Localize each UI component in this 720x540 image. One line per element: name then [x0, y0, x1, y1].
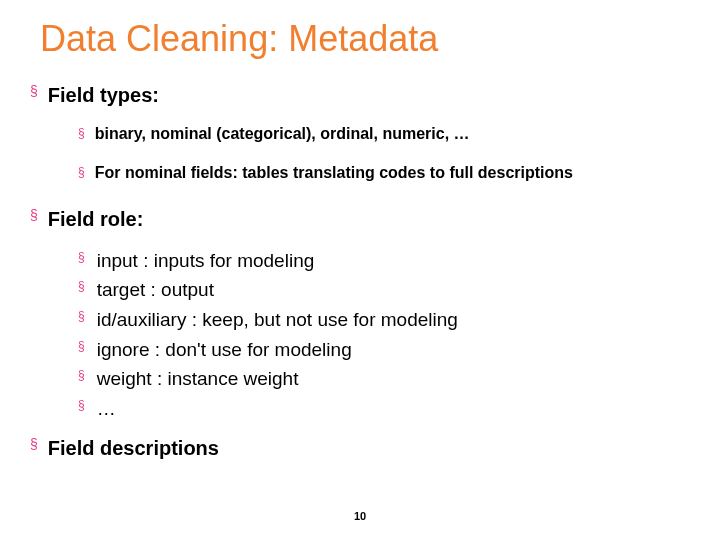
bullet-icon: § [30, 206, 38, 226]
list-item-text: For nominal fields: tables translating c… [95, 163, 573, 184]
bullet-icon: § [78, 337, 85, 356]
list-item-text: … [97, 396, 116, 422]
list-item-text: target : output [97, 277, 214, 303]
section-field-types: § Field types: [30, 82, 690, 108]
list-item: § For nominal fields: tables translating… [78, 163, 690, 184]
bullet-icon: § [78, 248, 85, 267]
list-item: § … [78, 396, 690, 422]
list-item-text: id/auxiliary : keep, but not use for mod… [97, 307, 458, 333]
page-number: 10 [354, 510, 366, 522]
section-heading: Field role: [48, 206, 144, 232]
list-item: § ignore : don't use for modeling [78, 337, 690, 363]
section-field-role: § Field role: [30, 206, 690, 232]
list-item: § weight : instance weight [78, 366, 690, 392]
section-field-descriptions: § Field descriptions [30, 435, 690, 461]
bullet-icon: § [30, 82, 38, 102]
bullet-icon: § [78, 163, 85, 181]
list-item-text: input : inputs for modeling [97, 248, 315, 274]
list-item: § input : inputs for modeling [78, 248, 690, 274]
bullet-icon: § [78, 366, 85, 385]
list-item-text: ignore : don't use for modeling [97, 337, 352, 363]
list-item-text: weight : instance weight [97, 366, 299, 392]
bullet-icon: § [78, 396, 85, 415]
list-item: § target : output [78, 277, 690, 303]
list-item-text: binary, nominal (categorical), ordinal, … [95, 124, 470, 145]
bullet-icon: § [78, 307, 85, 326]
bullet-icon: § [78, 277, 85, 296]
section-heading: Field descriptions [48, 435, 219, 461]
bullet-icon: § [30, 435, 38, 455]
bullet-icon: § [78, 124, 85, 142]
section-heading: Field types: [48, 82, 159, 108]
list-item: § binary, nominal (categorical), ordinal… [78, 124, 690, 145]
slide-title: Data Cleaning: Metadata [40, 18, 690, 60]
list-item: § id/auxiliary : keep, but not use for m… [78, 307, 690, 333]
